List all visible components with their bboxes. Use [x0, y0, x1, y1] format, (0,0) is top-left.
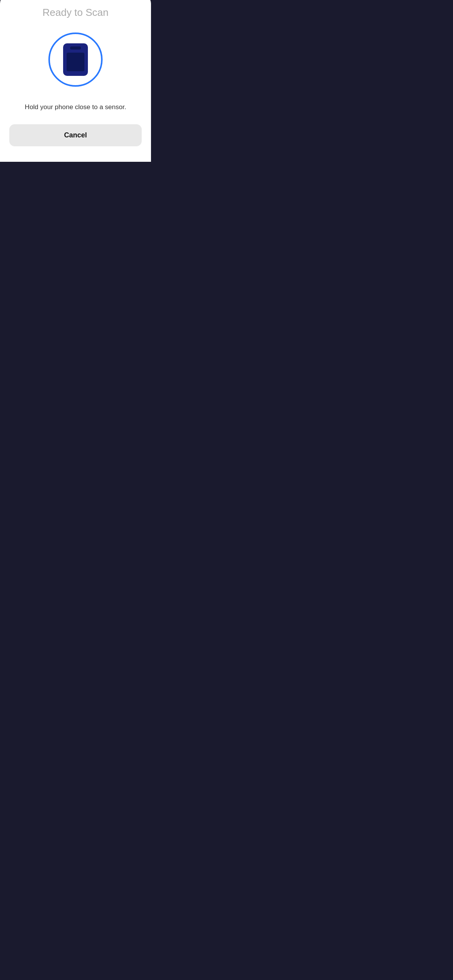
modal-title: Ready to Scan — [43, 7, 109, 19]
phone-screen — [67, 53, 84, 71]
phone-notch — [70, 46, 81, 50]
modal-instruction: Hold your phone close to a sensor. — [25, 102, 126, 112]
phone-icon — [63, 43, 88, 76]
cancel-button[interactable]: Cancel — [9, 124, 142, 146]
scan-modal: Ready to Scan Hold your phone close to a… — [0, 0, 151, 162]
main-content: Sensor Maintenance ✕ Resolve Sensor offl… — [0, 39, 151, 162]
scan-animation — [48, 33, 103, 87]
